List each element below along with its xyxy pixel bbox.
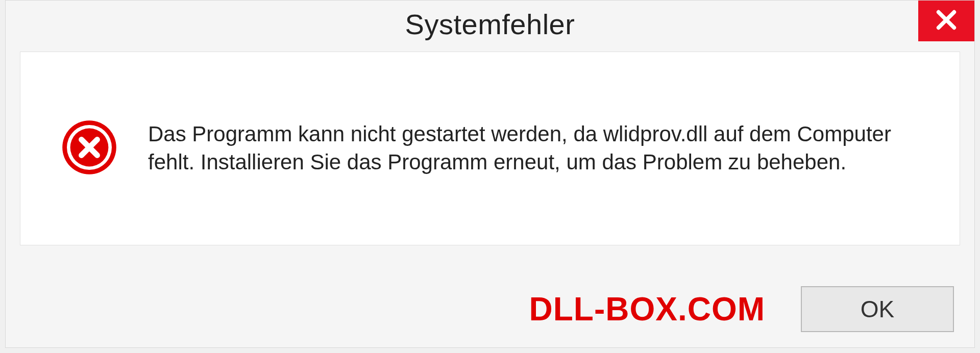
dialog-title: Systemfehler	[405, 8, 575, 41]
error-message: Das Programm kann nicht gestartet werden…	[148, 120, 934, 176]
ok-button-label: OK	[861, 295, 894, 323]
dialog-footer: DLL-BOX.COM OK	[6, 286, 974, 332]
close-icon	[935, 8, 958, 34]
watermark-text: DLL-BOX.COM	[529, 290, 766, 328]
title-bar: Systemfehler	[6, 1, 974, 47]
close-button[interactable]	[918, 1, 974, 41]
error-circle-icon	[61, 119, 117, 178]
error-dialog: Systemfehler Das Programm kann nicht ges…	[5, 0, 975, 348]
content-panel: Das Programm kann nicht gestartet werden…	[20, 52, 960, 245]
ok-button[interactable]: OK	[801, 286, 954, 332]
